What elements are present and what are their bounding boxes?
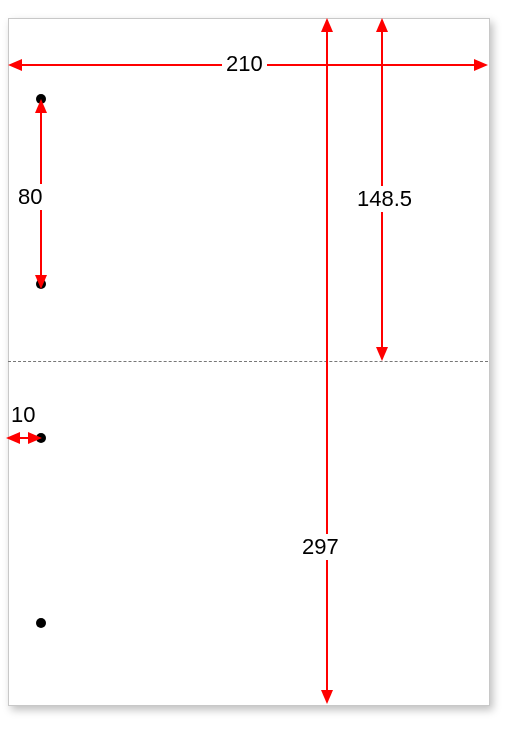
arrowhead-icon [321,18,333,32]
dim-height-label: 297 [298,534,343,560]
arrowhead-icon [6,432,20,444]
arrowhead-icon [474,59,488,71]
punch-hole [36,618,46,628]
dim-half-label: 148.5 [353,186,416,212]
arrowhead-icon [376,347,388,361]
dim-width-label: 210 [222,51,267,77]
dim-hole-margin-label: 10 [11,402,35,428]
arrowhead-icon [28,432,42,444]
dim-height-line [326,32,328,690]
dim-hole-spacing-label: 80 [14,184,46,210]
arrowhead-icon [35,99,47,113]
arrowhead-icon [321,690,333,704]
arrowhead-icon [35,275,47,289]
perforation-line [8,361,488,362]
diagram-stage: 210 297 148.5 80 10 [0,0,510,748]
paper-sheet [8,18,490,706]
arrowhead-icon [8,59,22,71]
arrowhead-icon [376,18,388,32]
